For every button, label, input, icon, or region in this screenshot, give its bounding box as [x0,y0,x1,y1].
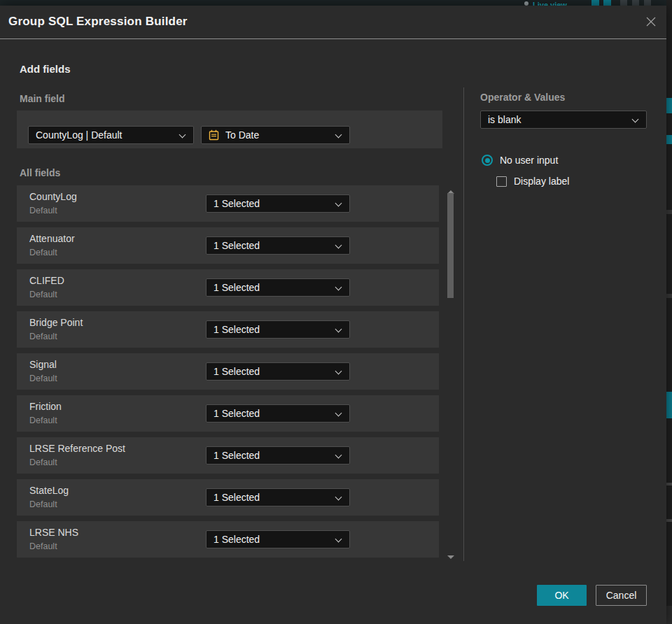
field-selection-value: 1 Selected [214,282,260,293]
close-icon[interactable] [644,15,658,29]
field-row: CountyLog Default 1 Selected [17,185,439,222]
field-selection-value: 1 Selected [214,324,260,335]
chevron-down-icon [335,410,342,417]
background-panel-fragment [666,210,672,214]
live-view-label: Live view [533,1,567,6]
field-name: StateLog [29,485,69,496]
field-name: CLIFED [29,275,64,286]
background-icon-fragment [603,0,611,6]
field-name: LRSE Reference Post [29,443,125,454]
calendar-icon [209,129,219,141]
main-field-label: Main field [20,93,65,104]
field-selection-dropdown[interactable]: 1 Selected [206,278,350,297]
background-icon-fragment [592,0,599,6]
field-sublabel: Default [29,290,57,299]
field-sublabel: Default [29,374,57,383]
field-selection-dropdown[interactable]: 1 Selected [206,404,350,423]
screen: Live view Group SQL Expression Builder [0,0,672,624]
chevron-down-icon [335,536,342,543]
chevron-down-icon [335,284,342,291]
field-name: Attenuator [29,233,75,244]
no-user-input-label: No user input [500,155,558,166]
field-selection-dropdown[interactable]: 1 Selected [206,194,350,213]
ok-button[interactable]: OK [537,585,587,606]
field-name: Signal [29,359,57,370]
background-panel-fragment [666,392,672,418]
field-selection-value: 1 Selected [214,492,260,503]
chevron-down-icon [335,326,342,333]
field-selection-value: 1 Selected [214,450,260,461]
background-panel-fragment [666,606,672,624]
background-icon-fragment [644,0,651,6]
field-name: Bridge Point [29,317,83,328]
chevron-down-icon [335,200,342,207]
all-fields-label: All fields [20,167,60,178]
field-selection-dropdown[interactable]: 1 Selected [206,320,350,339]
background-panel-fragment [666,483,672,485]
dialog-title: Group SQL Expression Builder [8,15,188,29]
main-field-select-value: CountyLog | Default [36,129,122,141]
background-icon-fragment [620,0,627,6]
field-selection-dropdown[interactable]: 1 Selected [206,236,350,255]
checkbox-icon [496,176,507,187]
field-sublabel: Default [29,541,57,551]
field-sublabel: Default [29,458,57,467]
field-row: Attenuator Default 1 Selected [17,227,439,264]
field-selection-value: 1 Selected [214,198,260,209]
field-name: LRSE NHS [29,527,78,538]
field-selection-dropdown[interactable]: 1 Selected [206,446,350,465]
cancel-button[interactable]: Cancel [596,585,647,606]
field-selection-dropdown[interactable]: 1 Selected [206,530,350,548]
background-icon-fragment [632,0,639,6]
chevron-down-icon [335,368,342,375]
radio-icon [482,155,493,166]
field-name: Friction [29,401,62,412]
field-row: LRSE Reference Post Default 1 Selected [17,437,439,474]
background-app-top-strip: Live view [0,0,672,6]
operator-values-label: Operator & Values [480,92,565,103]
main-field-date-select[interactable]: To Date [201,126,350,144]
chevron-down-icon [335,452,342,459]
field-row: CLIFED Default 1 Selected [17,269,439,306]
add-fields-heading: Add fields [20,63,71,75]
main-field-panel: CountyLog | Default To Date [17,111,442,148]
operator-select-value: is blank [488,114,521,125]
chevron-down-icon [632,116,639,123]
field-row: LRSE NHS Default 1 Selected [17,521,439,558]
field-sublabel: Default [29,332,57,341]
field-selection-value: 1 Selected [214,534,260,545]
all-fields-list: CountyLog Default 1 Selected Attenuator … [17,185,439,563]
field-row: StateLog Default 1 Selected [17,479,439,516]
chevron-down-icon [335,494,342,501]
background-panel-fragment [666,294,672,298]
field-selection-value: 1 Selected [214,366,260,377]
no-user-input-radio[interactable]: No user input [482,155,558,166]
display-label-checkbox[interactable]: Display label [496,176,569,187]
display-label-label: Display label [514,176,569,187]
operator-select[interactable]: is blank [480,111,647,129]
background-panel-fragment [666,98,672,113]
dialog-titlebar: Group SQL Expression Builder [0,6,666,38]
background-panel-fragment [666,519,672,522]
vertical-divider [463,87,464,561]
field-selection-dropdown[interactable]: 1 Selected [206,488,350,506]
background-app-right-strip [666,0,672,624]
field-sublabel: Default [29,206,57,215]
field-selection-value: 1 Selected [214,408,260,419]
chevron-down-icon [335,132,342,139]
main-field-date-value: To Date [225,129,259,141]
title-separator [0,38,666,39]
field-selection-dropdown[interactable]: 1 Selected [206,362,350,381]
main-field-select[interactable]: CountyLog | Default [28,126,194,144]
field-name: CountyLog [29,191,77,202]
field-sublabel: Default [29,416,57,425]
field-row: Friction Default 1 Selected [17,395,439,432]
field-selection-value: 1 Selected [214,240,260,251]
chevron-down-icon [179,132,186,139]
scrollbar-thumb[interactable] [447,193,454,298]
field-sublabel: Default [29,499,57,509]
chevron-down-icon [335,242,342,249]
background-panel-fragment [666,135,672,144]
field-row: Signal Default 1 Selected [17,353,439,390]
scrollbar-down-arrow[interactable] [447,555,454,559]
